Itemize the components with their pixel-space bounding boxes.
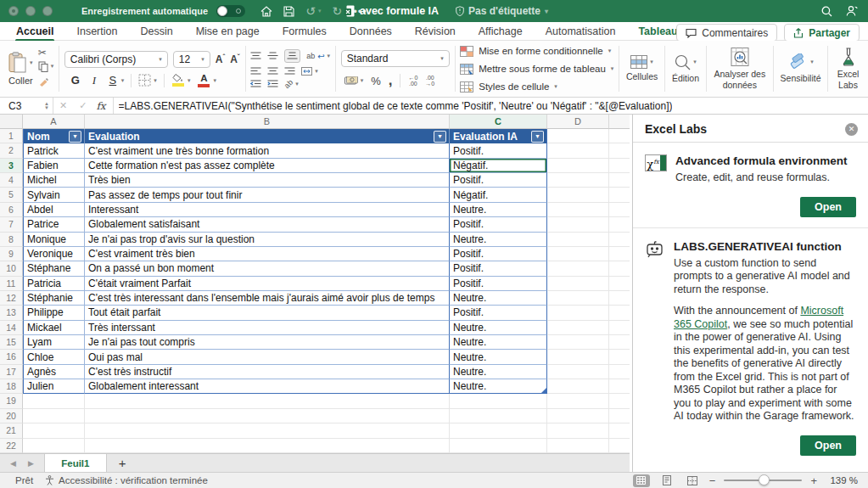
tab-donn-es[interactable]: Données	[349, 24, 393, 39]
cell-B3[interactable]: Cette formation n'est pas assez complète	[85, 159, 450, 173]
column-header-D[interactable]: D	[547, 115, 609, 129]
cell-C9[interactable]: Positif.	[450, 247, 547, 261]
cell-B11[interactable]: C'était vraiment Parfait	[85, 277, 450, 291]
italic-button[interactable]: I	[88, 74, 100, 87]
table-header-B1[interactable]: Evaluation▼	[85, 129, 450, 143]
tab-tableau[interactable]: Tableau	[637, 24, 678, 39]
row-header-19[interactable]: 19	[0, 394, 23, 408]
cell-E12[interactable]	[609, 291, 630, 306]
close-window-button[interactable]	[8, 6, 19, 16]
format-as-table-button[interactable]: Mettre sous forme de tableau▾	[460, 61, 613, 76]
cell-A11[interactable]: Patricia	[23, 277, 85, 291]
row-header-1[interactable]: 1	[0, 129, 23, 143]
select-all-corner[interactable]	[0, 115, 23, 129]
row-header-14[interactable]: 14	[0, 321, 23, 335]
font-size-select[interactable]: 12▾	[173, 51, 210, 68]
increase-font-size-button[interactable]: Aˆ	[216, 53, 225, 65]
cell-C7[interactable]: Positif.	[450, 217, 547, 232]
cell-B7[interactable]: Globalement satisfaisant	[85, 217, 450, 232]
table-header-A1[interactable]: Nom▼	[23, 129, 85, 143]
underline-button[interactable]: S▾	[107, 74, 125, 87]
previous-sheet-icon[interactable]: ◀	[10, 459, 16, 468]
save-icon[interactable]	[283, 6, 294, 17]
percent-format-button[interactable]: %	[371, 75, 381, 87]
sensitivity-button[interactable]: ▾ Sensibilité	[774, 41, 828, 97]
cell-C4[interactable]: Positif.	[450, 173, 547, 188]
column-header-A[interactable]: A	[23, 115, 85, 129]
font-color-button[interactable]: A ▾	[197, 74, 216, 87]
close-panel-icon[interactable]: ✕	[845, 123, 858, 136]
zoom-in-button[interactable]: +	[810, 474, 817, 487]
cell-C22[interactable]	[450, 439, 547, 453]
tab-accueil[interactable]: Accueil	[15, 24, 54, 39]
cell-C20[interactable]	[450, 409, 547, 423]
zoom-level[interactable]: 139 %	[826, 475, 858, 485]
zoom-slider-knob[interactable]	[759, 474, 770, 485]
tab-dessin[interactable]: Dessin	[139, 24, 173, 39]
tab-insertion[interactable]: Insertion	[76, 24, 118, 39]
cell-D12[interactable]	[547, 291, 609, 306]
conditional-formatting-button[interactable]: Mise en forme conditionnelle▾	[460, 43, 613, 59]
next-sheet-icon[interactable]: ▶	[28, 459, 34, 468]
cell-C6[interactable]: Neutre.	[450, 203, 547, 217]
fill-color-button[interactable]: ▾	[171, 74, 191, 87]
cell-B8[interactable]: Je n'ai pas trop d'avis sur la question	[85, 233, 450, 247]
zoom-out-button[interactable]: −	[709, 474, 716, 487]
cell-D5[interactable]	[547, 188, 609, 202]
cell-D21[interactable]	[547, 423, 609, 438]
column-header-B[interactable]: B	[85, 115, 450, 129]
autosave-toggle[interactable]	[216, 5, 245, 17]
align-bottom-icon[interactable]	[284, 49, 300, 63]
thousands-separator-button[interactable]: ,	[389, 77, 393, 84]
cell-A17[interactable]: Agnès	[23, 365, 85, 379]
align-left-icon[interactable]	[250, 67, 261, 76]
cell-C12[interactable]: Neutre.	[450, 291, 547, 306]
row-header-15[interactable]: 15	[0, 335, 23, 350]
cell-B5[interactable]: Pas assez de temps pour tout finir	[85, 188, 450, 202]
cell-A10[interactable]: Stéphane	[23, 261, 85, 276]
add-sheet-button[interactable]: +	[107, 454, 138, 472]
row-header-6[interactable]: 6	[0, 203, 23, 217]
open-generativeai-button[interactable]: Open	[800, 435, 856, 456]
cell-C14[interactable]: Neutre.	[450, 321, 547, 335]
cell-styles-button[interactable]: Styles de cellule▾	[460, 79, 613, 94]
cell-C13[interactable]: Positif.	[450, 306, 547, 320]
cell-D1[interactable]	[547, 129, 609, 143]
cell-E19[interactable]	[609, 394, 630, 408]
cell-A3[interactable]: Fabien	[23, 159, 85, 173]
cell-D3[interactable]	[547, 159, 609, 173]
cell-B21[interactable]	[85, 423, 450, 438]
search-icon[interactable]	[821, 6, 832, 17]
cell-D2[interactable]	[547, 143, 609, 158]
undo-icon[interactable]: ↺▾	[305, 4, 321, 18]
accessibility-status[interactable]: Accessibilité : vérification terminée	[59, 475, 208, 485]
cell-A18[interactable]: Julien	[23, 379, 85, 394]
cell-E18[interactable]	[609, 379, 630, 394]
cancel-entry-icon[interactable]: ✕	[59, 100, 67, 111]
align-right-icon[interactable]	[284, 67, 295, 76]
cell-C21[interactable]	[450, 423, 547, 438]
paste-button[interactable]: ▾ Coller	[8, 52, 33, 86]
cell-E17[interactable]	[609, 365, 630, 379]
row-header-18[interactable]: 18	[0, 379, 23, 394]
number-format-select[interactable]: Standard▾	[341, 50, 450, 67]
cell-A15[interactable]: Lyam	[23, 335, 85, 350]
row-header-20[interactable]: 20	[0, 409, 23, 423]
cell-D9[interactable]	[547, 247, 609, 261]
row-header-21[interactable]: 21	[0, 423, 23, 438]
copy-icon[interactable]: ▾	[38, 61, 54, 72]
font-name-select[interactable]: Calibri (Corps)▾	[64, 51, 168, 68]
cell-E4[interactable]	[609, 173, 630, 188]
cell-A21[interactable]	[23, 423, 85, 438]
row-header-8[interactable]: 8	[0, 233, 23, 247]
cell-A7[interactable]: Patrice	[23, 217, 85, 232]
name-box[interactable]: C3	[0, 98, 44, 114]
cell-A13[interactable]: Philippe	[23, 306, 85, 320]
cell-B17[interactable]: C'est très instructif	[85, 365, 450, 379]
row-header-16[interactable]: 16	[0, 350, 23, 364]
row-header-22[interactable]: 22	[0, 439, 23, 453]
decrease-decimal-button[interactable]: .00→0	[425, 75, 434, 87]
cell-D7[interactable]	[547, 217, 609, 232]
confirm-entry-icon[interactable]: ✓	[79, 100, 87, 111]
cell-B19[interactable]	[85, 394, 450, 408]
